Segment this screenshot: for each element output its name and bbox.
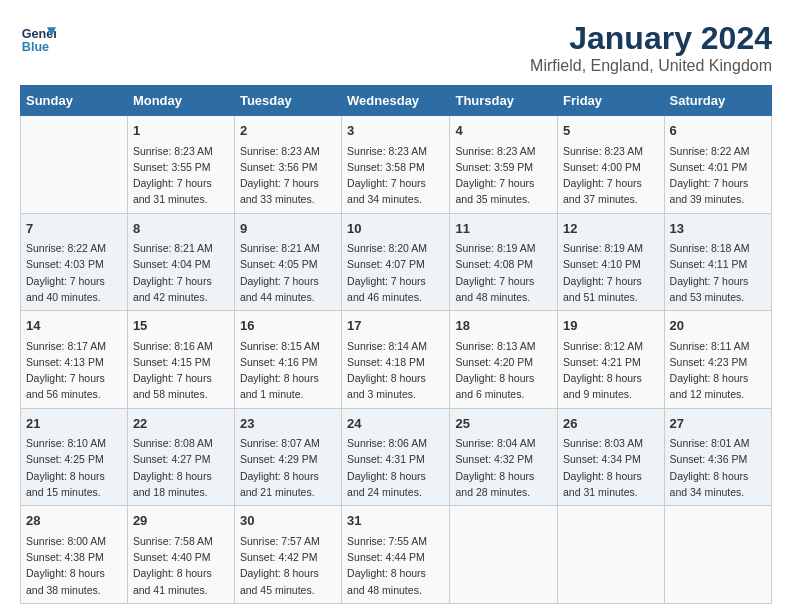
calendar-cell: 10Sunrise: 8:20 AMSunset: 4:07 PMDayligh… [342,213,450,311]
day-number: 13 [670,219,766,239]
calendar-table: SundayMondayTuesdayWednesdayThursdayFrid… [20,85,772,604]
calendar-cell: 3Sunrise: 8:23 AMSunset: 3:58 PMDaylight… [342,116,450,214]
day-number: 7 [26,219,122,239]
day-number: 11 [455,219,552,239]
day-info: Sunrise: 8:13 AMSunset: 4:20 PMDaylight:… [455,338,552,403]
day-info: Sunrise: 8:23 AMSunset: 3:56 PMDaylight:… [240,143,336,208]
calendar-week-row: 14Sunrise: 8:17 AMSunset: 4:13 PMDayligh… [21,311,772,409]
day-number: 3 [347,121,444,141]
weekday-header-wednesday: Wednesday [342,86,450,116]
day-number: 9 [240,219,336,239]
calendar-cell: 12Sunrise: 8:19 AMSunset: 4:10 PMDayligh… [558,213,665,311]
calendar-cell: 17Sunrise: 8:14 AMSunset: 4:18 PMDayligh… [342,311,450,409]
day-info: Sunrise: 8:00 AMSunset: 4:38 PMDaylight:… [26,533,122,598]
day-number: 8 [133,219,229,239]
day-info: Sunrise: 8:23 AMSunset: 3:58 PMDaylight:… [347,143,444,208]
day-info: Sunrise: 7:57 AMSunset: 4:42 PMDaylight:… [240,533,336,598]
day-number: 4 [455,121,552,141]
day-number: 19 [563,316,659,336]
day-number: 5 [563,121,659,141]
calendar-week-row: 7Sunrise: 8:22 AMSunset: 4:03 PMDaylight… [21,213,772,311]
day-number: 27 [670,414,766,434]
calendar-cell: 7Sunrise: 8:22 AMSunset: 4:03 PMDaylight… [21,213,128,311]
day-number: 2 [240,121,336,141]
day-info: Sunrise: 8:12 AMSunset: 4:21 PMDaylight:… [563,338,659,403]
day-info: Sunrise: 8:19 AMSunset: 4:08 PMDaylight:… [455,240,552,305]
calendar-cell: 19Sunrise: 8:12 AMSunset: 4:21 PMDayligh… [558,311,665,409]
calendar-cell: 11Sunrise: 8:19 AMSunset: 4:08 PMDayligh… [450,213,558,311]
calendar-cell [558,506,665,604]
calendar-cell: 9Sunrise: 8:21 AMSunset: 4:05 PMDaylight… [234,213,341,311]
title-area: January 2024 Mirfield, England, United K… [530,20,772,75]
calendar-cell: 5Sunrise: 8:23 AMSunset: 4:00 PMDaylight… [558,116,665,214]
day-info: Sunrise: 8:22 AMSunset: 4:01 PMDaylight:… [670,143,766,208]
day-number: 28 [26,511,122,531]
day-info: Sunrise: 8:16 AMSunset: 4:15 PMDaylight:… [133,338,229,403]
day-number: 14 [26,316,122,336]
day-info: Sunrise: 7:58 AMSunset: 4:40 PMDaylight:… [133,533,229,598]
day-info: Sunrise: 8:10 AMSunset: 4:25 PMDaylight:… [26,435,122,500]
day-info: Sunrise: 8:21 AMSunset: 4:05 PMDaylight:… [240,240,336,305]
day-info: Sunrise: 8:20 AMSunset: 4:07 PMDaylight:… [347,240,444,305]
day-info: Sunrise: 8:01 AMSunset: 4:36 PMDaylight:… [670,435,766,500]
calendar-cell: 4Sunrise: 8:23 AMSunset: 3:59 PMDaylight… [450,116,558,214]
location-title: Mirfield, England, United Kingdom [530,57,772,75]
calendar-cell: 18Sunrise: 8:13 AMSunset: 4:20 PMDayligh… [450,311,558,409]
day-number: 17 [347,316,444,336]
day-number: 24 [347,414,444,434]
day-number: 21 [26,414,122,434]
day-number: 16 [240,316,336,336]
weekday-header-friday: Friday [558,86,665,116]
calendar-week-row: 28Sunrise: 8:00 AMSunset: 4:38 PMDayligh… [21,506,772,604]
logo: General Blue [20,20,60,56]
calendar-cell: 27Sunrise: 8:01 AMSunset: 4:36 PMDayligh… [664,408,771,506]
day-number: 25 [455,414,552,434]
calendar-cell: 29Sunrise: 7:58 AMSunset: 4:40 PMDayligh… [127,506,234,604]
weekday-header-monday: Monday [127,86,234,116]
day-info: Sunrise: 8:03 AMSunset: 4:34 PMDaylight:… [563,435,659,500]
day-info: Sunrise: 8:23 AMSunset: 3:55 PMDaylight:… [133,143,229,208]
calendar-cell [21,116,128,214]
day-number: 15 [133,316,229,336]
day-info: Sunrise: 8:08 AMSunset: 4:27 PMDaylight:… [133,435,229,500]
calendar-week-row: 21Sunrise: 8:10 AMSunset: 4:25 PMDayligh… [21,408,772,506]
calendar-cell [450,506,558,604]
calendar-cell: 15Sunrise: 8:16 AMSunset: 4:15 PMDayligh… [127,311,234,409]
svg-text:Blue: Blue [22,40,49,54]
page-header: General Blue January 2024 Mirfield, Engl… [20,20,772,75]
day-number: 6 [670,121,766,141]
calendar-cell: 23Sunrise: 8:07 AMSunset: 4:29 PMDayligh… [234,408,341,506]
calendar-week-row: 1Sunrise: 8:23 AMSunset: 3:55 PMDaylight… [21,116,772,214]
calendar-cell: 14Sunrise: 8:17 AMSunset: 4:13 PMDayligh… [21,311,128,409]
weekday-header-sunday: Sunday [21,86,128,116]
day-number: 12 [563,219,659,239]
calendar-cell: 28Sunrise: 8:00 AMSunset: 4:38 PMDayligh… [21,506,128,604]
day-number: 23 [240,414,336,434]
day-number: 18 [455,316,552,336]
calendar-cell: 21Sunrise: 8:10 AMSunset: 4:25 PMDayligh… [21,408,128,506]
calendar-cell: 30Sunrise: 7:57 AMSunset: 4:42 PMDayligh… [234,506,341,604]
day-info: Sunrise: 8:18 AMSunset: 4:11 PMDaylight:… [670,240,766,305]
day-info: Sunrise: 8:14 AMSunset: 4:18 PMDaylight:… [347,338,444,403]
calendar-cell: 16Sunrise: 8:15 AMSunset: 4:16 PMDayligh… [234,311,341,409]
calendar-cell: 8Sunrise: 8:21 AMSunset: 4:04 PMDaylight… [127,213,234,311]
day-number: 29 [133,511,229,531]
calendar-cell: 20Sunrise: 8:11 AMSunset: 4:23 PMDayligh… [664,311,771,409]
weekday-header-thursday: Thursday [450,86,558,116]
calendar-cell: 13Sunrise: 8:18 AMSunset: 4:11 PMDayligh… [664,213,771,311]
day-info: Sunrise: 8:04 AMSunset: 4:32 PMDaylight:… [455,435,552,500]
logo-icon: General Blue [20,20,56,56]
day-number: 10 [347,219,444,239]
month-title: January 2024 [530,20,772,57]
calendar-cell [664,506,771,604]
day-info: Sunrise: 8:23 AMSunset: 3:59 PMDaylight:… [455,143,552,208]
day-info: Sunrise: 8:06 AMSunset: 4:31 PMDaylight:… [347,435,444,500]
calendar-cell: 2Sunrise: 8:23 AMSunset: 3:56 PMDaylight… [234,116,341,214]
calendar-cell: 24Sunrise: 8:06 AMSunset: 4:31 PMDayligh… [342,408,450,506]
weekday-header-row: SundayMondayTuesdayWednesdayThursdayFrid… [21,86,772,116]
day-info: Sunrise: 8:07 AMSunset: 4:29 PMDaylight:… [240,435,336,500]
day-info: Sunrise: 7:55 AMSunset: 4:44 PMDaylight:… [347,533,444,598]
day-info: Sunrise: 8:17 AMSunset: 4:13 PMDaylight:… [26,338,122,403]
calendar-cell: 26Sunrise: 8:03 AMSunset: 4:34 PMDayligh… [558,408,665,506]
day-info: Sunrise: 8:23 AMSunset: 4:00 PMDaylight:… [563,143,659,208]
